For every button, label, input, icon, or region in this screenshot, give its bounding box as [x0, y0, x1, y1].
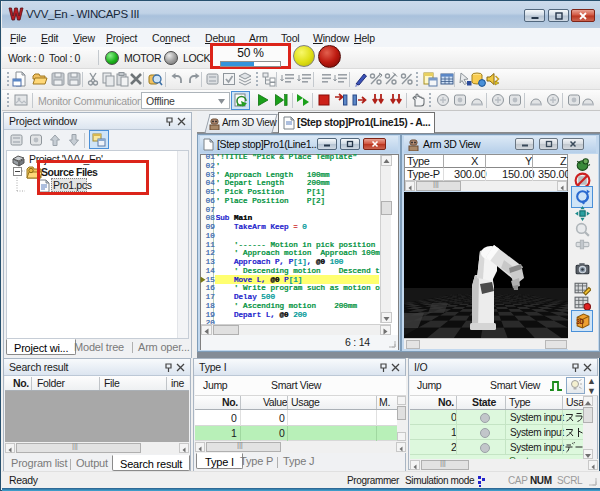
svg-text:3D: 3D — [576, 318, 584, 325]
